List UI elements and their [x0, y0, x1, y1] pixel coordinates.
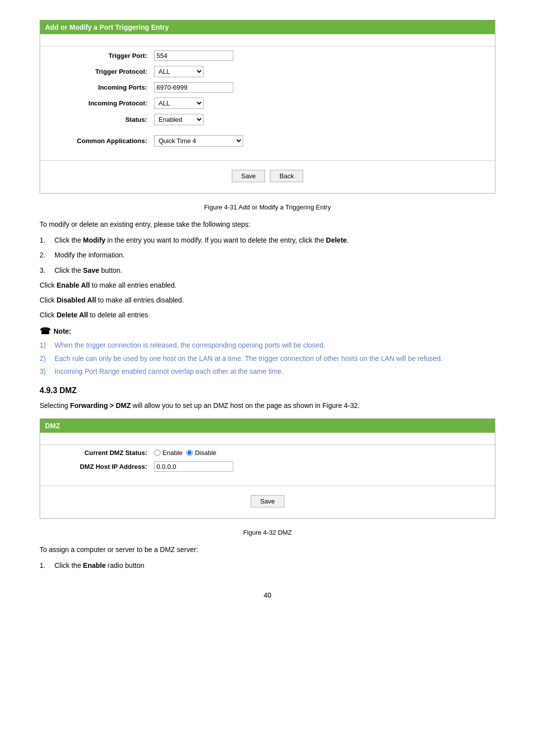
note-label-text: Note:	[54, 327, 71, 335]
actions-list: Click Enable All to make all entries ena…	[40, 280, 495, 321]
dmz-box: DMZ Current DMZ Status: Enable Disable D…	[40, 418, 495, 519]
note-1: 1) When the trigger connection is releas…	[40, 340, 495, 351]
dmz-title: DMZ	[45, 422, 60, 430]
trigger-port-label: Trigger Port:	[45, 52, 154, 59]
dmz-status-radio-group: Enable Disable	[154, 449, 216, 456]
dmz-host-ip-input[interactable]	[154, 461, 233, 472]
dmz-assign-intro: To assign a computer or server to be a D…	[40, 544, 495, 556]
note-2-text: Each rule can only be used by one host o…	[54, 353, 442, 364]
dmz-status-label: Current DMZ Status:	[45, 449, 154, 456]
dmz-enable-radio[interactable]	[154, 450, 160, 456]
note-1-text: When the trigger connection is released,…	[54, 340, 325, 351]
common-apps-label: Common Applications:	[45, 137, 154, 145]
trigger-protocol-select[interactable]: ALL TCP UDP	[154, 66, 204, 77]
note-section: ☎ Note: 1) When the trigger connection i…	[40, 326, 495, 377]
dmz-disable-text: Disable	[195, 449, 216, 456]
dmz-disable-radio[interactable]	[186, 450, 193, 456]
action-enable-all: Click Enable All to make all entries ena…	[40, 280, 495, 292]
incoming-protocol-row: Incoming Protocol: ALL TCP UDP	[40, 98, 495, 109]
step-2-text: Modify the information.	[54, 250, 125, 260]
save-button[interactable]: Save	[232, 170, 266, 182]
dmz-enable-text: Enable	[162, 449, 182, 456]
dmz-intro: Selecting Forwarding > DMZ will allow yo…	[40, 400, 495, 412]
figure-31-caption: Figure 4-31 Add or Modify a Triggering E…	[40, 203, 495, 211]
dmz-assign-steps: 1. Click the Enable radio button	[40, 560, 495, 571]
dmz-host-ip-label: DMZ Host IP Address:	[45, 463, 154, 470]
trigger-port-row: Trigger Port:	[40, 50, 495, 61]
dmz-disable-label[interactable]: Disable	[186, 449, 216, 456]
dmz-body: Current DMZ Status: Enable Disable DMZ H…	[40, 433, 495, 518]
status-select[interactable]: Enabled Disabled	[154, 114, 204, 125]
step-2: 2. Modify the information.	[40, 250, 495, 260]
incoming-ports-input[interactable]	[154, 82, 233, 93]
note-3: 3) Incoming Port Range enabled cannot ov…	[40, 366, 495, 377]
dmz-heading: 4.9.3 DMZ	[40, 386, 495, 395]
note-2: 2) Each rule can only be used by one hos…	[40, 353, 495, 364]
trigger-protocol-label: Trigger Protocol:	[45, 68, 154, 75]
common-apps-row: Common Applications: Quick Time 4 MSN Ga…	[40, 135, 495, 147]
dmz-status-row: Current DMZ Status: Enable Disable	[40, 449, 495, 456]
port-triggering-body: Trigger Port: Trigger Protocol: ALL TCP …	[40, 34, 495, 193]
port-triggering-box: Add or Modify a Port Triggering Entry Tr…	[40, 20, 495, 194]
instructions-intro: To modify or delete an existing entry, p…	[40, 219, 495, 231]
dmz-btn-row: Save	[40, 490, 495, 510]
status-label: Status:	[45, 116, 154, 123]
step-1: 1. Click the Modify in the entry you wan…	[40, 235, 495, 246]
incoming-ports-row: Incoming Ports:	[40, 82, 495, 93]
action-disabled-all: Click Disabled All to make all entries d…	[40, 295, 495, 306]
incoming-ports-label: Incoming Ports:	[45, 84, 154, 91]
port-triggering-header: Add or Modify a Port Triggering Entry	[40, 20, 495, 34]
trigger-protocol-row: Trigger Protocol: ALL TCP UDP	[40, 66, 495, 77]
status-row: Status: Enabled Disabled	[40, 114, 495, 125]
back-button[interactable]: Back	[270, 170, 303, 182]
incoming-protocol-select[interactable]: ALL TCP UDP	[154, 98, 204, 109]
incoming-protocol-label: Incoming Protocol:	[45, 100, 154, 107]
note-icon: ☎	[40, 326, 51, 337]
note-3-text: Incoming Port Range enabled cannot overl…	[54, 366, 283, 377]
page-number: 40	[40, 591, 495, 599]
dmz-step-1: 1. Click the Enable radio button	[40, 560, 495, 571]
dmz-header: DMZ	[40, 419, 495, 433]
figure-32-caption: Figure 4-32 DMZ	[40, 529, 495, 536]
dmz-host-ip-row: DMZ Host IP Address:	[40, 461, 495, 472]
steps-list: 1. Click the Modify in the entry you wan…	[40, 235, 495, 276]
step-3: 3. Click the Save button.	[40, 265, 495, 276]
trigger-port-input[interactable]	[154, 50, 233, 61]
dmz-save-button[interactable]: Save	[251, 495, 284, 507]
port-triggering-btn-row: Save Back	[40, 165, 495, 185]
dmz-enable-label[interactable]: Enable	[154, 449, 182, 456]
common-apps-select[interactable]: Quick Time 4 MSN Gaming Zone Real Audio	[154, 135, 243, 147]
note-label: ☎ Note:	[40, 326, 495, 337]
port-triggering-title: Add or Modify a Port Triggering Entry	[45, 23, 169, 31]
action-delete-all: Click Delete All to delete all entries	[40, 309, 495, 321]
